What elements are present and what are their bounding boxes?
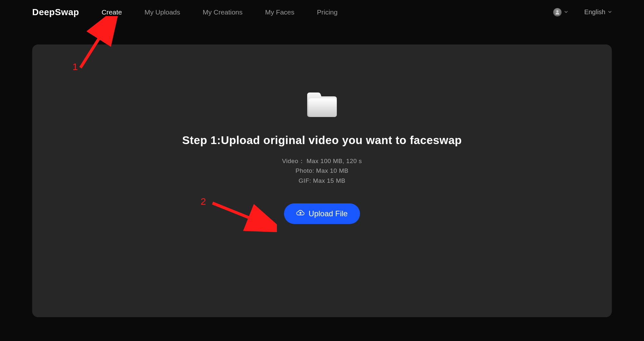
svg-rect-1 [308,98,337,117]
app-root: DeepSwap Create My Uploads My Creations … [0,0,644,341]
header-right: English [553,8,612,16]
language-label: English [584,8,605,16]
nav-my-creations[interactable]: My Creations [203,8,243,16]
limit-gif: GIF: Max 15 MB [282,176,362,186]
account-menu[interactable] [553,8,568,16]
nav-pricing[interactable]: Pricing [317,8,337,16]
chevron-down-icon [608,10,612,15]
brand-logo[interactable]: DeepSwap [32,7,79,17]
cloud-upload-icon [296,209,305,218]
upload-button-label: Upload File [308,209,347,218]
avatar-icon [553,8,562,16]
limit-photo: Photo: Max 10 MB [282,166,362,176]
upload-file-button[interactable]: Upload File [284,203,360,224]
nav-my-faces[interactable]: My Faces [265,8,294,16]
upload-limits: Video： Max 100 MB, 120 s Photo: Max 10 M… [282,156,362,186]
upload-panel: Step 1:Upload original video you want to… [32,44,612,317]
main-nav: Create My Uploads My Creations My Faces … [102,8,338,16]
person-icon [555,10,560,15]
nav-my-uploads[interactable]: My Uploads [145,8,180,16]
header: DeepSwap Create My Uploads My Creations … [0,0,644,24]
step-heading: Step 1:Upload original video you want to… [182,134,462,147]
language-selector[interactable]: English [584,8,612,16]
nav-create[interactable]: Create [102,8,122,16]
folder-icon [306,91,338,118]
limit-video: Video： Max 100 MB, 120 s [282,156,362,166]
chevron-down-icon [564,10,568,15]
svg-point-0 [556,10,558,12]
